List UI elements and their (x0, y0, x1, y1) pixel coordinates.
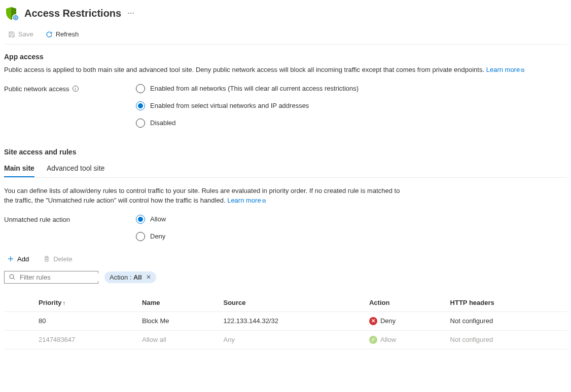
cell-source: 122.133.144.32/32 (220, 311, 365, 330)
site-rules-title: Site access and rules (4, 148, 567, 156)
radio-deny[interactable]: Deny (136, 232, 166, 241)
cell-headers: Not configured (446, 311, 567, 330)
table-row[interactable]: 2147483647Allow allAny✓AllowNot configur… (4, 330, 567, 349)
cell-name: Block Me (138, 311, 219, 330)
save-button[interactable]: Save (6, 29, 35, 39)
refresh-icon (46, 31, 53, 38)
rules-action-bar: Add Delete (4, 253, 567, 265)
add-label: Add (17, 255, 29, 263)
trash-icon (43, 255, 50, 262)
col-action[interactable]: Action (365, 294, 446, 312)
external-link-icon: ⧉ (521, 67, 524, 73)
radio-icon (136, 215, 145, 224)
save-label: Save (18, 30, 33, 38)
delete-button[interactable]: Delete (40, 253, 76, 265)
col-source[interactable]: Source (220, 294, 365, 312)
rules-table: Priority↑ Name Source Action HTTP header… (4, 294, 567, 349)
filter-bar: Action : All ✕ (4, 271, 567, 284)
close-icon[interactable]: ✕ (146, 273, 151, 281)
page-header: Access Restrictions ⋯ (4, 4, 567, 26)
col-name[interactable]: Name (138, 294, 219, 312)
site-rules-description: You can define lists of allow/deny rules… (4, 186, 410, 206)
plus-icon (7, 255, 14, 262)
field-label: Public network access i (4, 84, 136, 93)
search-icon (9, 273, 16, 281)
unmatched-radio-group: Allow Deny (136, 215, 166, 241)
info-icon[interactable]: i (73, 86, 79, 92)
radio-allow[interactable]: Allow (136, 215, 166, 224)
table-row[interactable]: 80Block Me122.133.144.32/32✕DenyNot conf… (4, 311, 567, 330)
svg-line-6 (13, 278, 15, 280)
cell-action: ✕Deny (365, 311, 446, 330)
globe-icon (12, 14, 19, 21)
tab-main-site[interactable]: Main site (4, 160, 34, 177)
radio-icon (136, 232, 145, 241)
radio-enabled-select[interactable]: Enabled from select virtual networks and… (136, 101, 359, 110)
cell-source: Any (220, 330, 365, 349)
filter-pill-action[interactable]: Action : All ✕ (104, 271, 156, 283)
table-header-row: Priority↑ Name Source Action HTTP header… (4, 294, 567, 312)
allow-icon: ✓ (369, 336, 377, 344)
refresh-label: Refresh (56, 30, 79, 38)
learn-more-link[interactable]: Learn more⧉ (227, 197, 265, 204)
pill-label: Action : All (110, 273, 142, 281)
cell-spacer (4, 330, 34, 349)
refresh-button[interactable]: Refresh (44, 29, 81, 39)
cell-name: Allow all (138, 330, 219, 349)
page-title: Access Restrictions (24, 8, 121, 19)
field-label: Unmatched rule action (4, 215, 136, 223)
unmatched-rule-field: Unmatched rule action Allow Deny (4, 215, 567, 241)
save-icon (8, 31, 15, 38)
radio-disabled[interactable]: Disabled (136, 119, 359, 128)
cell-priority: 2147483647 (34, 330, 138, 349)
site-rules-section: Site access and rules Main site Advanced… (4, 148, 567, 349)
radio-enabled-all[interactable]: Enabled from all networks (This will cle… (136, 84, 359, 93)
action-text: Allow (380, 336, 396, 343)
shield-icon (4, 6, 18, 20)
public-network-radio-group: Enabled from all networks (This will cle… (136, 84, 359, 128)
tab-advanced-tool-site[interactable]: Advanced tool site (47, 160, 104, 177)
filter-input[interactable] (20, 273, 105, 281)
cell-headers: Not configured (446, 330, 567, 349)
delete-label: Delete (53, 255, 73, 263)
add-button[interactable]: Add (4, 253, 32, 265)
more-icon[interactable]: ⋯ (127, 9, 135, 17)
command-bar: Save Refresh (4, 26, 567, 45)
col-priority[interactable]: Priority↑ (34, 294, 138, 312)
radio-icon (136, 84, 145, 93)
app-access-description: Public access is applied to both main si… (4, 65, 567, 75)
radio-icon (136, 119, 145, 128)
col-headers[interactable]: HTTP headers (446, 294, 567, 312)
sort-up-icon: ↑ (63, 300, 66, 306)
deny-icon: ✕ (369, 317, 377, 325)
cell-spacer (4, 311, 34, 330)
action-text: Deny (380, 317, 396, 325)
external-link-icon: ⧉ (262, 198, 266, 204)
svg-point-5 (10, 275, 14, 279)
col-spacer (4, 294, 34, 312)
radio-icon (136, 101, 145, 110)
public-network-access-field: Public network access i Enabled from all… (4, 84, 567, 128)
filter-input-wrap[interactable] (4, 271, 98, 284)
learn-more-link[interactable]: Learn more⧉ (486, 66, 524, 73)
cell-action: ✓Allow (365, 330, 446, 349)
app-access-title: App access (4, 53, 567, 61)
app-access-section: App access Public access is applied to b… (4, 53, 567, 128)
cell-priority: 80 (34, 311, 138, 330)
site-tabs: Main site Advanced tool site (4, 160, 567, 178)
